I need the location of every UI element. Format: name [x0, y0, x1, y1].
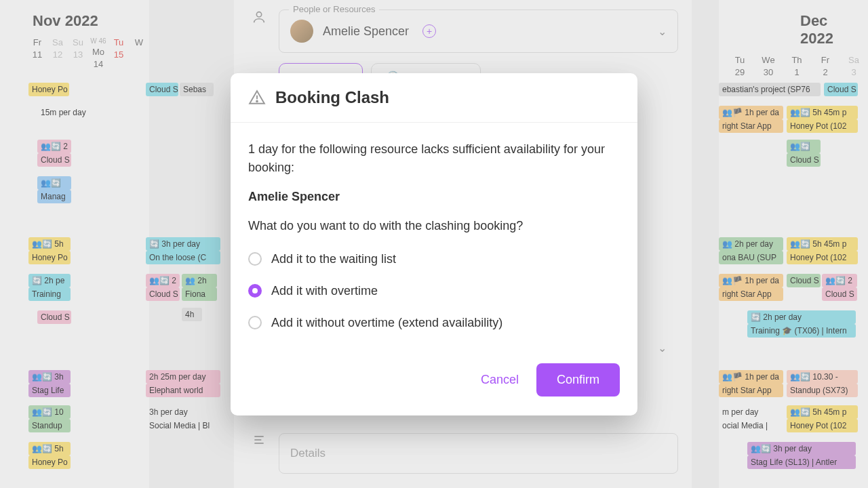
radio-option[interactable]: Add it to the waiting list	[248, 243, 620, 275]
warning-icon	[248, 89, 266, 106]
radio-icon	[248, 252, 262, 266]
radio-icon	[248, 284, 262, 298]
radio-label: Add it to the waiting list	[271, 250, 396, 268]
booking-clash-modal: Booking Clash 1 day for the following re…	[231, 73, 637, 415]
modal-title: Booking Clash	[275, 88, 389, 107]
modal-question: What do you want to do with the clashing…	[248, 217, 620, 235]
confirm-button[interactable]: Confirm	[536, 363, 620, 396]
radio-icon	[248, 316, 262, 329]
radio-label: Add it with overtime	[271, 282, 378, 300]
radio-option[interactable]: Add it without overtime (extend availabi…	[248, 307, 620, 339]
radio-option[interactable]: Add it with overtime	[248, 275, 620, 307]
modal-resource-name: Amelie Spencer	[248, 188, 620, 206]
modal-message: 1 day for the following resource lacks s…	[248, 140, 620, 177]
cancel-button[interactable]: Cancel	[477, 366, 523, 394]
modal-overlay: Booking Clash 1 day for the following re…	[0, 0, 868, 488]
svg-point-5	[256, 100, 258, 102]
radio-label: Add it without overtime (extend availabi…	[271, 314, 502, 332]
